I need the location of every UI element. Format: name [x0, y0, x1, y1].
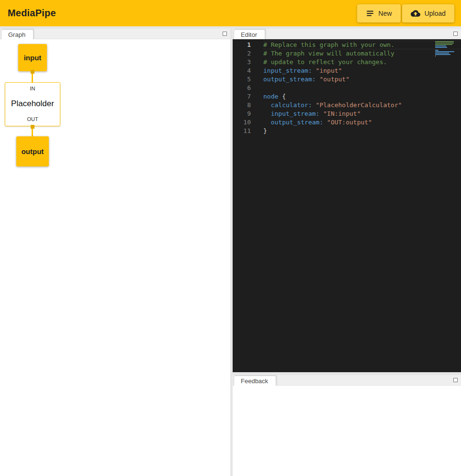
tab-editor[interactable]: Editor [234, 29, 265, 39]
placeholder-in-port-label: IN [30, 86, 35, 91]
tab-graph-label: Graph [8, 31, 25, 38]
graph-panel: Graph input IN Placeholder OUT output [0, 29, 230, 476]
upload-button-label: Upload [425, 10, 446, 17]
editor-panel-header: Editor [233, 29, 461, 39]
output-port-square [31, 70, 34, 74]
graph-node-output-label: output [22, 147, 44, 155]
graph-panel-header: Graph [0, 29, 230, 39]
placeholder-out-port-label: OUT [27, 116, 38, 122]
edge-input-to-placeholder [32, 74, 33, 82]
code-lines[interactable]: # Replace this graph with your own.# The… [258, 39, 461, 372]
placeholder-title: Placeholder [11, 99, 54, 109]
code-editor[interactable]: 1234567891011 # Replace this graph with … [233, 39, 461, 372]
maximize-icon-editor[interactable] [453, 32, 458, 36]
graph-node-output[interactable]: output [16, 136, 49, 166]
editor-panel: Editor 1234567891011 # Replace this grap… [233, 29, 461, 372]
feedback-panel: Feedback [233, 375, 461, 476]
edge-placeholder-to-output [32, 129, 33, 136]
graph-node-input[interactable]: input [18, 44, 47, 71]
header-buttons: New Upload [357, 4, 454, 22]
tab-graph[interactable]: Graph [1, 29, 34, 39]
app-header: MediaPipe New Upload [0, 0, 461, 26]
tab-feedback-label: Feedback [241, 377, 268, 385]
tab-editor-label: Editor [241, 31, 257, 38]
maximize-icon-feedback[interactable] [453, 378, 458, 382]
menu-lines-icon [366, 9, 374, 18]
line-numbers: 1234567891011 [233, 39, 258, 372]
minimap[interactable] [435, 41, 455, 57]
graph-node-placeholder[interactable]: IN Placeholder OUT [5, 82, 60, 126]
output-port-square-2 [31, 125, 34, 129]
upload-button[interactable]: Upload [402, 4, 454, 22]
graph-node-input-label: input [24, 54, 42, 62]
maximize-icon-graph[interactable] [223, 32, 227, 36]
new-button[interactable]: New [357, 4, 401, 22]
tab-feedback[interactable]: Feedback [234, 376, 276, 386]
feedback-content [233, 386, 461, 476]
cloud-upload-icon [411, 9, 420, 18]
new-button-label: New [379, 10, 392, 17]
feedback-panel-header: Feedback [233, 375, 461, 386]
graph-canvas[interactable]: input IN Placeholder OUT output [0, 39, 230, 476]
app-title: MediaPipe [8, 8, 56, 19]
